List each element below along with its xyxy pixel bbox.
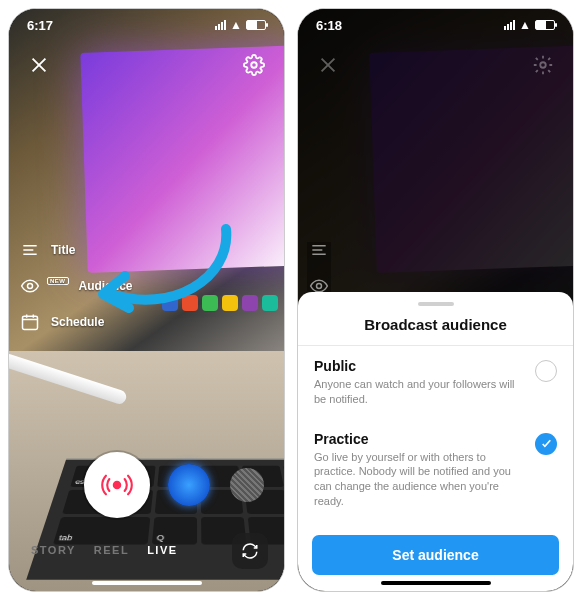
svg-point-4: [540, 62, 546, 68]
gear-icon[interactable]: [238, 49, 270, 81]
title-option[interactable]: Title: [19, 239, 133, 261]
phone-broadcast-audience: 6:18 ▲ Broadcast audience Pub: [297, 8, 574, 592]
go-live-button[interactable]: [84, 452, 150, 518]
svg-point-5: [317, 284, 322, 289]
gear-icon[interactable]: [527, 49, 559, 81]
calendar-icon: [19, 311, 41, 333]
title-lines-icon: [19, 239, 41, 261]
battery-icon: [246, 20, 266, 30]
svg-point-1: [28, 284, 33, 289]
title-option: [308, 239, 330, 261]
sheet-title: Broadcast audience: [298, 316, 573, 345]
macos-dock: [162, 295, 278, 311]
svg-point-0: [251, 62, 257, 68]
home-indicator[interactable]: [381, 581, 491, 585]
cellular-icon: [215, 20, 226, 30]
wifi-icon: ▲: [230, 18, 242, 32]
schedule-option[interactable]: Schedule: [19, 311, 133, 333]
audience-option-label: Audience: [79, 279, 133, 293]
set-audience-button[interactable]: Set audience: [312, 535, 559, 575]
audience-option[interactable]: NEW Audience: [19, 275, 133, 297]
cellular-icon: [504, 20, 515, 30]
schedule-option-label: Schedule: [51, 315, 104, 329]
eye-icon: [19, 275, 41, 297]
switch-camera-button[interactable]: [232, 533, 268, 569]
status-time: 6:17: [27, 18, 53, 33]
new-badge: NEW: [47, 277, 69, 285]
status-bar: 6:17 ▲: [9, 9, 284, 41]
battery-icon: [535, 20, 555, 30]
live-settings-stack: Title NEW Audience Schedule: [19, 239, 133, 333]
svg-point-3: [112, 481, 121, 490]
radio-practice[interactable]: [535, 433, 557, 455]
mode-live[interactable]: LIVE: [147, 544, 177, 556]
close-icon[interactable]: [23, 49, 55, 81]
option-public[interactable]: Public Anyone can watch and your followe…: [298, 346, 573, 419]
sheet-grabber[interactable]: [418, 302, 454, 306]
option-practice[interactable]: Practice Go live by yourself or with oth…: [298, 419, 573, 521]
gallery-thumbnail[interactable]: [230, 468, 264, 502]
option-practice-desc: Go live by yourself or with others to pr…: [314, 450, 525, 509]
status-time: 6:18: [316, 18, 342, 33]
radio-public[interactable]: [535, 360, 557, 382]
home-indicator[interactable]: [92, 581, 202, 585]
title-option-label: Title: [51, 243, 75, 257]
option-public-desc: Anyone can watch and your followers will…: [314, 377, 525, 407]
wifi-icon: ▲: [519, 18, 531, 32]
option-practice-title: Practice: [314, 431, 525, 447]
option-public-title: Public: [314, 358, 525, 374]
svg-rect-2: [23, 316, 38, 329]
status-bar: 6:18 ▲: [298, 9, 573, 41]
broadcast-audience-sheet: Broadcast audience Public Anyone can wat…: [298, 292, 573, 591]
effect-button[interactable]: [168, 464, 210, 506]
title-lines-icon: [308, 239, 330, 261]
phone-live-setup: esc tab Q 6:17 ▲: [8, 8, 285, 592]
mode-reel[interactable]: REEL: [94, 544, 129, 556]
close-icon[interactable]: [312, 49, 344, 81]
mode-story[interactable]: STORY: [31, 544, 76, 556]
